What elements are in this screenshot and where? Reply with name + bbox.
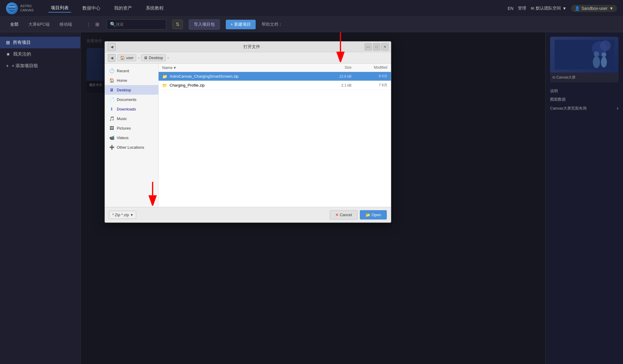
svg-point-17 (601, 52, 606, 57)
chevron-right-icon[interactable]: › (617, 105, 619, 111)
downloads-icon: ⬇ (109, 107, 114, 111)
documents-icon: 📄 (109, 97, 114, 102)
videos-icon: 📹 (109, 135, 114, 140)
dlg-sidebar-desktop[interactable]: 🖥 Desktop (105, 85, 158, 95)
desktop-sidebar-icon: 🖥 (109, 87, 114, 92)
svg-point-15 (594, 51, 599, 57)
manage-link[interactable]: 管理 (518, 6, 526, 11)
other-locations-icon: ➕ (109, 145, 114, 150)
dlg-sidebar-other[interactable]: ➕ Other Locations (105, 142, 158, 152)
sidebar: ⊞ 所有项目 ★ 我关注的 + + 添加项目组 (0, 32, 81, 364)
right-panel: io Canvas大屏 说明 图面数据 Canvas大屏页面布局 › (545, 32, 623, 364)
svg-text:CANVAS: CANVAS (9, 9, 15, 10)
sidebar-item-favorites[interactable]: ★ 我关注的 (0, 48, 80, 60)
folder-icon: 📁 (162, 74, 167, 79)
dialog-controls: — □ ✕ (365, 43, 389, 50)
subnav-divider: | (88, 22, 89, 27)
file-name: Charging_Profile.zip (170, 83, 322, 87)
tab-big-screen[interactable]: 大屏&PC端 (24, 20, 54, 29)
topbar: ASTRO CANVAS ASTRO CANVAS 项目列表 数据中心 我的资产… (0, 0, 623, 17)
sort-arrow-icon: ▾ (174, 65, 176, 70)
cancel-button[interactable]: ✕ Cancel (330, 210, 357, 219)
svg-point-14 (593, 56, 600, 68)
filelist-header: Name ▾ Size Modified (159, 64, 391, 72)
subnav: 全部 大屏&PC端 移动端 | ⊞ 🔍 ⇅ 导入项目包 + 新建项目 帮助文档： (0, 17, 623, 32)
breadcrumb-separator: › (138, 56, 139, 60)
right-card-thumbnail (550, 37, 619, 73)
search-icon: 🔍 (110, 21, 116, 27)
grid-icon: ⊞ (95, 21, 99, 27)
nav-item-projects[interactable]: 项目列表 (48, 4, 71, 13)
back-button[interactable]: ◀ (108, 54, 116, 62)
sort-button[interactable]: ⇅ (172, 20, 183, 29)
file-modified: 7 6月 (352, 83, 387, 88)
dialog-nav-back[interactable]: ◀ (108, 43, 116, 51)
subnav-tabs: 全部 大屏&PC端 移动端 (6, 20, 76, 29)
sidebar-item-add-group[interactable]: + + 添加项目组 (0, 60, 80, 72)
file-dialog: ◀ 打开文件 — □ ✕ ◀ 🏠 user › (105, 41, 391, 223)
dialog-overlay: ◀ 打开文件 — □ ✕ ◀ 🏠 user › (81, 32, 545, 364)
home-sidebar-icon: 🏠 (109, 78, 114, 83)
file-name: AstroCanvas_ChargingSmartScreen.zip (170, 74, 322, 79)
content-area: 批量操作 项目卡片 (81, 32, 545, 364)
star-icon: ★ (6, 51, 10, 57)
file-modified: 9 6月 (352, 74, 387, 79)
right-panel-label2: 图面数据 (550, 95, 619, 104)
dropdown-arrow-icon: ▾ (131, 213, 133, 217)
right-card-1[interactable]: io Canvas大屏 (550, 37, 619, 82)
dlg-sidebar-home[interactable]: 🏠 Home (105, 76, 158, 85)
pictures-icon: 🖼 (109, 126, 114, 130)
search-box[interactable]: 🔍 (107, 19, 166, 30)
svg-point-0 (8, 4, 16, 12)
import-button[interactable]: 导入项目包 (189, 19, 220, 30)
dlg-sidebar-downloads[interactable]: ⬇ Downloads (105, 104, 158, 114)
new-project-button[interactable]: + 新建项目 (226, 20, 256, 29)
dialog-title: 打开文件 (116, 44, 388, 50)
col-name-header[interactable]: Name ▾ (162, 65, 322, 70)
file-row[interactable]: 📁 AstroCanvas_ChargingSmartScreen.zip 22… (159, 72, 391, 81)
nav-item-assets[interactable]: 我的资产 (112, 4, 134, 12)
dialog-action-buttons: ✕ Cancel 📂 Open (330, 210, 387, 219)
svg-point-13 (600, 40, 611, 51)
right-panel-label1: 说明 (550, 87, 619, 95)
nav-item-data[interactable]: 数据中心 (80, 4, 103, 12)
open-button[interactable]: 📂 Open (360, 210, 387, 219)
dlg-sidebar-videos[interactable]: 📹 Videos (105, 133, 158, 142)
filter-dropdown[interactable]: *.Zip *.zip ▾ (109, 211, 136, 219)
dlg-sidebar-documents[interactable]: 📄 Documents (105, 95, 158, 104)
user-badge[interactable]: 👤 Sandbox-user ▼ (571, 5, 617, 12)
sidebar-item-all-projects[interactable]: ⊞ 所有项目 (0, 37, 80, 48)
lang-switch[interactable]: EN (508, 6, 513, 11)
dialog-maximize-button[interactable]: □ (373, 43, 380, 50)
nav-item-tutorial[interactable]: 系统教程 (143, 4, 166, 12)
open-icon: 📂 (366, 213, 370, 217)
dialog-close-button[interactable]: ✕ (381, 43, 389, 50)
file-row[interactable]: 📁 Charging_Profile.zip 2.1 kB 7 6月 (159, 81, 391, 90)
dialog-sidebar: 🕐 Recent 🏠 Home 🖥 Desktop 📄 (105, 64, 159, 207)
tab-all[interactable]: 全部 (6, 20, 23, 29)
music-icon: 🎵 (109, 116, 114, 121)
folder-icon: 📁 (162, 83, 167, 88)
help-text: 帮助文档： (262, 22, 283, 27)
search-input[interactable] (116, 22, 163, 27)
home-icon: 🏠 (120, 56, 125, 60)
dialog-filelist: Name ▾ Size Modified 📁 AstroCanvas_Charg… (159, 64, 391, 207)
cancel-icon: ✕ (335, 213, 339, 217)
breadcrumb-separator2: › (168, 56, 169, 60)
team-selector[interactable]: ✉ 默认团队空间 ▼ (531, 6, 567, 11)
file-size: 2.1 kB (322, 83, 352, 87)
logo-text: ASTRO CANVAS (20, 4, 33, 12)
dlg-sidebar-music[interactable]: 🎵 Music (105, 114, 158, 123)
breadcrumb-user[interactable]: 🏠 user (117, 54, 136, 61)
dlg-sidebar-pictures[interactable]: 🖼 Pictures (105, 123, 158, 133)
col-size-header: Size (322, 65, 352, 70)
dialog-toolbar: ◀ 🏠 user › 🖥 Desktop › (105, 52, 391, 64)
right-card-info: io Canvas大屏 (550, 73, 619, 82)
dialog-footer: *.Zip *.zip ▾ ✕ (105, 207, 391, 222)
plus-icon: + (6, 63, 9, 69)
tab-mobile[interactable]: 移动端 (55, 20, 76, 29)
dialog-minimize-button[interactable]: — (365, 43, 372, 50)
grid-icon: ⊞ (6, 40, 10, 45)
breadcrumb-desktop[interactable]: 🖥 Desktop (141, 54, 166, 61)
dlg-sidebar-recent[interactable]: 🕐 Recent (105, 66, 158, 76)
